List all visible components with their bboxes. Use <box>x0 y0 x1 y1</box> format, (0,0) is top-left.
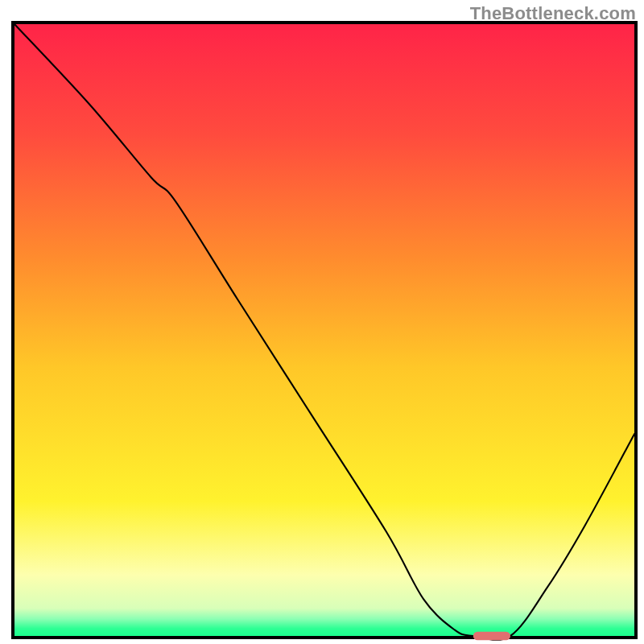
trough-marker <box>473 632 510 641</box>
bottleneck-chart <box>0 0 644 644</box>
chart-container: TheBottleneck.com <box>0 0 644 644</box>
plot-area <box>13 23 636 638</box>
watermark-text: TheBottleneck.com <box>470 3 636 24</box>
svg-rect-0 <box>14 24 634 636</box>
